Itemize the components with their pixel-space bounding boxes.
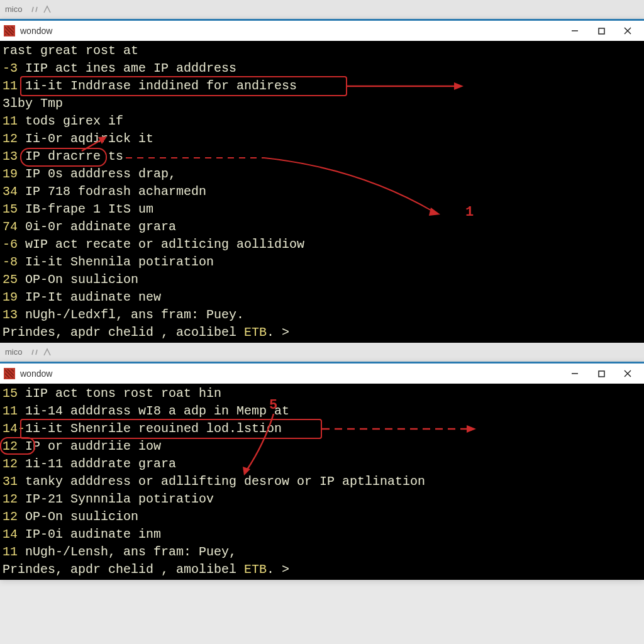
- tab-add-icon[interactable]: [42, 4, 52, 14]
- terminal-body-2[interactable]: 15 iIP act tons rost roat hin11 1i-14 ad…: [0, 384, 644, 580]
- terminal-body-1[interactable]: rast great rost at-3 IIP act ines ame IP…: [0, 41, 644, 343]
- terminal-line: -3 IIP act ines ame IP adddress: [3, 60, 641, 77]
- window-controls-2: [562, 365, 640, 382]
- terminal-line: 14 IP-0i audinate inm: [3, 526, 641, 543]
- window-title-2: wondow: [20, 369, 562, 379]
- tab-mico[interactable]: mico: [0, 2, 27, 18]
- terminal-line: 12 IP or auddriie iow: [3, 438, 641, 455]
- terminal-line: 25 OP-On suulicion: [3, 271, 641, 289]
- workspace-tabs-bottom: mico: [0, 343, 644, 362]
- terminal-line: -8 Ii-it Shennila potiration: [3, 253, 641, 271]
- terminal-line: 34 IP 718 fodrash acharmedn: [3, 183, 641, 201]
- terminal-line: 12 Ii-0r aqdirick it: [3, 130, 641, 148]
- app-icon: [4, 25, 15, 36]
- terminal-line: 14-1i-it Shenrile reouined lod.lstion: [3, 420, 641, 438]
- terminal-window-2: wondow 15 iIP act tons rost roat hin11 1…: [0, 362, 644, 580]
- terminal-line: 11 tods girex if: [3, 113, 641, 130]
- terminal-line: 13 IP dracrre ts: [3, 148, 641, 165]
- close-button[interactable]: [615, 22, 640, 40]
- close-button-2[interactable]: [615, 365, 640, 382]
- terminal-line: 12 OP-On suulicion: [3, 508, 641, 526]
- workspace-tabs-top: mico: [0, 0, 644, 19]
- tab-drag-icon: [30, 4, 40, 14]
- terminal-prompt[interactable]: Prindes, apdr chelid , amolibel ETB. >: [3, 561, 641, 579]
- tab-mico-2[interactable]: mico: [0, 345, 27, 360]
- terminal-line: 15 iIP act tons rost roat hin: [3, 385, 641, 402]
- terminal-line: 3lby Tmp: [3, 95, 641, 113]
- terminal-line: rast great rost at: [3, 42, 641, 60]
- terminal-line: 19 IP 0s adddress drap,: [3, 165, 641, 183]
- maximize-button[interactable]: [589, 22, 614, 40]
- titlebar-2[interactable]: wondow: [0, 364, 644, 384]
- maximize-button-2[interactable]: [589, 365, 614, 382]
- tab-add-icon-2[interactable]: [42, 347, 52, 357]
- tab-drag-icon-2: [30, 347, 40, 357]
- terminal-line: 74 0i-0r addinate grara: [3, 218, 641, 236]
- window-controls-1: [562, 22, 640, 40]
- terminal-window-1: wondow rast great rost at-3 IIP act ines…: [0, 19, 644, 343]
- terminal-line: 31 tanky adddress or adllifting desrow o…: [3, 473, 641, 491]
- terminal-line: 12 1i-11 adddrate grara: [3, 455, 641, 473]
- terminal-line: 11 1i-it Inddrase inddined for andiress: [3, 77, 641, 95]
- terminal-line: 11 1i-14 adddrass wI8 a adp in Memp at: [3, 402, 641, 420]
- terminal-line: 12 IP-21 Synnnila potiratiov: [3, 491, 641, 508]
- app-icon-2: [4, 368, 15, 379]
- titlebar-1[interactable]: wondow: [0, 21, 644, 41]
- terminal-line: 15 IB-frape 1 ItS um: [3, 201, 641, 218]
- window-title-1: wondow: [20, 26, 562, 36]
- minimize-button-2[interactable]: [562, 365, 587, 382]
- svg-rect-1: [599, 28, 604, 34]
- terminal-line: 13 nUgh-/Ledxfl, ans fram: Puey.: [3, 306, 641, 324]
- minimize-button[interactable]: [562, 22, 587, 40]
- svg-rect-11: [599, 371, 604, 377]
- terminal-prompt[interactable]: Prindes, apdr chelid , acolibel ETB. >: [3, 324, 641, 341]
- terminal-line: 11 nUgh-/Lensh, ans fram: Puey,: [3, 543, 641, 561]
- terminal-line: 19 IP-It audinate new: [3, 289, 641, 306]
- terminal-line: -6 wIP act recate or adlticing aollidiow: [3, 236, 641, 253]
